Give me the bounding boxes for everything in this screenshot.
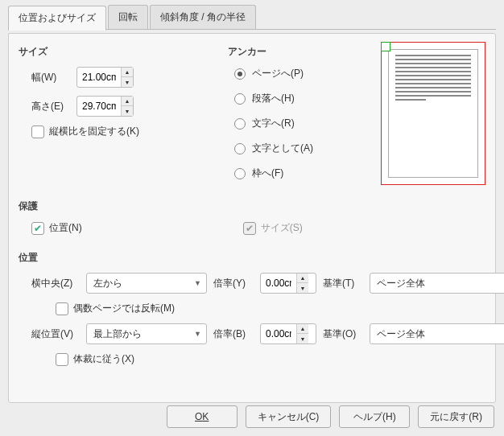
chevron-down-icon: ▼	[194, 330, 201, 338]
anchor-as-character-label: 文字として(A)	[252, 142, 313, 155]
vertical-by-spinner[interactable]: ▲ ▼	[260, 323, 316, 344]
width-input[interactable]	[77, 68, 121, 87]
width-up-icon[interactable]: ▲	[122, 68, 133, 77]
follow-text-flow-label: 体裁に従う(X)	[73, 352, 134, 366]
spin-up-icon[interactable]: ▲	[297, 274, 308, 283]
position-heading: 位置	[19, 251, 485, 265]
height-spinner[interactable]: ▲ ▼	[76, 96, 134, 117]
radio-icon	[234, 93, 246, 105]
vertical-label: 縦位置(V)	[31, 327, 80, 341]
protect-section: 保護 ✔ 位置(N) ✔ サイズ(S)	[19, 199, 485, 235]
horizontal-select[interactable]: 左から ▼	[86, 273, 207, 294]
width-label: 幅(W)	[31, 71, 76, 84]
reset-button[interactable]: 元に戻す(R)	[418, 405, 494, 428]
chevron-down-icon: ▼	[194, 279, 201, 287]
width-spinner[interactable]: ▲ ▼	[76, 67, 134, 88]
tab-slant[interactable]: 傾斜角度 / 角の半径	[150, 5, 256, 29]
preview-pane	[381, 42, 485, 185]
anchor-to-frame-label: 枠へ(F)	[252, 167, 283, 180]
vertical-select-value: 最上部から	[93, 327, 142, 341]
horizontal-select-value: 左から	[93, 277, 122, 290]
protect-position-label: 位置(N)	[49, 221, 82, 235]
horizontal-to-select[interactable]: ページ全体 ▼	[370, 273, 504, 294]
anchor-to-character-label: 文字へ(R)	[252, 117, 295, 130]
width-down-icon[interactable]: ▼	[122, 77, 133, 87]
vertical-by-input[interactable]	[261, 324, 296, 343]
keep-ratio-label: 縦横比を固定する(K)	[49, 125, 139, 138]
size-section: サイズ 幅(W) ▲ ▼ 高さ(E)	[19, 42, 212, 191]
tab-panel-position-size: サイズ 幅(W) ▲ ▼ 高さ(E)	[8, 33, 496, 403]
radio-icon	[234, 68, 246, 80]
preview-page	[388, 49, 478, 178]
vertical-by-label: 倍率(B)	[213, 327, 254, 341]
ok-button[interactable]: OK	[167, 405, 238, 428]
anchor-to-paragraph-label: 段落へ(H)	[252, 92, 295, 105]
follow-text-flow-checkbox[interactable]	[56, 353, 68, 366]
spin-down-icon[interactable]: ▼	[297, 283, 308, 293]
size-heading: サイズ	[19, 45, 212, 59]
keep-ratio-checkbox[interactable]	[31, 125, 44, 138]
height-label: 高さ(E)	[31, 100, 76, 113]
height-down-icon[interactable]: ▼	[122, 106, 133, 116]
protect-size-checkbox: ✔	[243, 222, 256, 235]
radio-icon	[234, 143, 246, 154]
height-up-icon[interactable]: ▲	[122, 97, 133, 106]
vertical-to-label: 基準(O)	[323, 327, 363, 341]
protect-size-label: サイズ(S)	[261, 221, 303, 235]
help-button[interactable]: ヘルプ(H)	[339, 405, 410, 428]
horizontal-by-label: 倍率(Y)	[213, 277, 254, 290]
anchor-marker-icon	[381, 42, 390, 51]
spin-up-icon[interactable]: ▲	[297, 324, 308, 334]
vertical-to-value: ページ全体	[377, 327, 425, 341]
horizontal-by-spinner[interactable]: ▲ ▼	[260, 273, 316, 294]
tab-rotation[interactable]: 回転	[108, 5, 148, 29]
mirror-checkbox[interactable]	[56, 302, 68, 315]
spin-down-icon[interactable]: ▼	[297, 334, 308, 343]
position-section: 位置 横中央(Z) 左から ▼ 倍率(Y) ▲ ▼ 基準(T) ページ全	[19, 251, 485, 366]
protect-position-checkbox[interactable]: ✔	[31, 222, 44, 235]
cancel-button[interactable]: キャンセル(C)	[246, 405, 332, 428]
dialog-buttons: OK キャンセル(C) ヘルプ(H) 元に戻す(R)	[167, 405, 494, 428]
horizontal-to-value: ページ全体	[377, 277, 425, 290]
horizontal-label: 横中央(Z)	[31, 277, 80, 290]
protect-heading: 保護	[19, 199, 485, 213]
horizontal-to-label: 基準(T)	[323, 277, 363, 290]
radio-icon	[234, 118, 246, 130]
radio-icon	[234, 168, 246, 179]
tab-position-size[interactable]: 位置およびサイズ	[8, 6, 106, 31]
vertical-select[interactable]: 最上部から ▼	[86, 323, 207, 344]
vertical-to-select[interactable]: ページ全体 ▼	[370, 323, 504, 344]
anchor-to-page-label: ページへ(P)	[252, 67, 304, 80]
height-input[interactable]	[77, 97, 121, 116]
horizontal-by-input[interactable]	[261, 274, 296, 293]
mirror-label: 偶数ページでは反転(M)	[73, 302, 175, 315]
tab-bar: 位置およびサイズ 回転 傾斜角度 / 角の半径	[8, 5, 496, 30]
